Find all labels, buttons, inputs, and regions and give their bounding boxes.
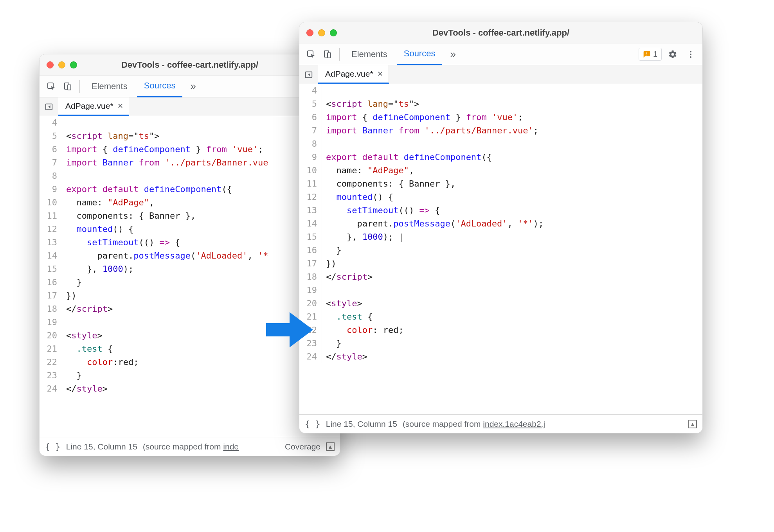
code-content[interactable]: components: { Banner }, <box>322 177 455 191</box>
code-line[interactable]: 7import Banner from '../parts/Banner.vue… <box>299 124 702 137</box>
code-content[interactable]: }) <box>322 257 337 270</box>
tab-elements[interactable]: Elements <box>85 75 135 97</box>
code-content[interactable]: } <box>62 276 82 289</box>
close-icon[interactable] <box>306 29 313 36</box>
navigator-toggle-icon[interactable] <box>299 65 318 84</box>
code-content[interactable]: .test { <box>62 342 113 356</box>
code-content[interactable]: setTimeout(() => { <box>62 236 180 249</box>
code-line[interactable]: 10 name: "AdPage", <box>40 196 340 209</box>
code-content[interactable]: import Banner from '../parts/Banner.vue <box>62 156 268 169</box>
code-line[interactable]: 21 .test { <box>299 310 702 324</box>
code-line[interactable]: 24</style> <box>299 350 702 363</box>
more-tabs-icon[interactable]: » <box>445 48 461 60</box>
close-tab-icon[interactable]: ✕ <box>377 70 383 78</box>
code-content[interactable]: name: "AdPage", <box>322 164 414 177</box>
code-line[interactable]: 4 <box>40 116 340 129</box>
inspect-element-icon[interactable] <box>44 79 58 93</box>
code-content[interactable]: name: "AdPage", <box>62 196 154 209</box>
code-line[interactable]: 11 components: { Banner }, <box>40 209 340 223</box>
code-content[interactable]: </style> <box>62 382 108 395</box>
issues-badge[interactable]: 1 <box>639 48 662 61</box>
code-line[interactable]: 14 parent.postMessage('AdLoaded', '* <box>40 249 340 262</box>
code-line[interactable]: 19 <box>299 284 702 297</box>
settings-icon[interactable] <box>666 47 680 61</box>
code-content[interactable]: parent.postMessage('AdLoaded', '*'); <box>322 217 544 230</box>
code-content[interactable]: color:red; <box>62 356 139 369</box>
code-content[interactable]: .test { <box>322 310 373 324</box>
code-content[interactable]: components: { Banner }, <box>62 209 196 223</box>
tab-sources[interactable]: Sources <box>397 43 443 65</box>
drawer-toggle-icon[interactable]: ▲ <box>326 442 335 451</box>
more-tabs-icon[interactable]: » <box>185 80 201 92</box>
code-line[interactable]: 8 <box>299 137 702 151</box>
code-line[interactable]: 5<script lang="ts"> <box>299 97 702 111</box>
code-content[interactable]: }) <box>62 289 77 302</box>
pretty-print-icon[interactable]: { } <box>45 442 61 451</box>
drawer-toggle-icon[interactable]: ▲ <box>688 420 697 428</box>
code-content[interactable]: } <box>322 337 342 350</box>
maximize-icon[interactable] <box>70 61 77 68</box>
code-content[interactable] <box>62 316 66 329</box>
code-content[interactable]: } <box>322 244 342 257</box>
code-line[interactable]: 12 mounted() { <box>40 223 340 236</box>
code-editor[interactable]: 45<script lang="ts">6import { defineComp… <box>299 84 702 414</box>
minimize-icon[interactable] <box>318 29 325 36</box>
kebab-menu-icon[interactable] <box>684 47 698 61</box>
code-editor[interactable]: 45<script lang="ts">6import { defineComp… <box>40 116 340 437</box>
code-content[interactable]: mounted() { <box>322 191 393 204</box>
code-content[interactable] <box>322 84 326 97</box>
file-tab-adpage[interactable]: AdPage.vue* ✕ <box>318 65 389 84</box>
tab-elements[interactable]: Elements <box>344 43 394 65</box>
close-tab-icon[interactable]: ✕ <box>117 102 123 110</box>
code-line[interactable]: 5<script lang="ts"> <box>40 129 340 143</box>
code-content[interactable]: import { defineComponent } from 'vue'; <box>322 111 523 124</box>
minimize-icon[interactable] <box>58 61 65 68</box>
code-content[interactable]: </script> <box>322 270 373 284</box>
file-tab-adpage[interactable]: AdPage.vue* ✕ <box>58 97 129 116</box>
code-content[interactable]: parent.postMessage('AdLoaded', '* <box>62 249 268 262</box>
code-content[interactable]: color: red; <box>322 324 404 337</box>
code-content[interactable]: <script lang="ts"> <box>62 129 159 143</box>
code-line[interactable]: 8 <box>40 169 340 183</box>
pretty-print-icon[interactable]: { } <box>305 419 320 429</box>
navigator-toggle-icon[interactable] <box>40 97 58 116</box>
code-content[interactable]: setTimeout(() => { <box>322 204 440 217</box>
code-line[interactable]: 15 }, 1000); <box>40 262 340 276</box>
code-line[interactable]: 15 }, 1000); | <box>299 230 702 244</box>
code-content[interactable]: export default defineComponent({ <box>62 183 232 196</box>
code-content[interactable]: export default defineComponent({ <box>322 151 492 164</box>
code-content[interactable]: <style> <box>322 297 362 310</box>
code-line[interactable]: 6import { defineComponent } from 'vue'; <box>40 143 340 156</box>
code-line[interactable]: 17}) <box>299 257 702 270</box>
code-content[interactable]: } <box>62 369 82 382</box>
code-content[interactable]: import Banner from '../parts/Banner.vue'… <box>322 124 538 137</box>
code-line[interactable]: 12 mounted() { <box>299 191 702 204</box>
code-line[interactable]: 13 setTimeout(() => { <box>299 204 702 217</box>
code-line[interactable]: 23 } <box>40 369 340 382</box>
code-content[interactable]: </style> <box>322 350 367 363</box>
code-line[interactable]: 22 color: red; <box>299 324 702 337</box>
close-icon[interactable] <box>47 61 54 68</box>
code-content[interactable]: import { defineComponent } from 'vue'; <box>62 143 263 156</box>
device-toggle-icon[interactable] <box>61 79 75 93</box>
maximize-icon[interactable] <box>330 29 337 36</box>
code-line[interactable]: 4 <box>299 84 702 97</box>
inspect-element-icon[interactable] <box>304 47 318 61</box>
code-content[interactable]: }, 1000); <box>62 262 133 276</box>
code-line[interactable]: 22 color:red; <box>40 356 340 369</box>
code-line[interactable]: 24</style> <box>40 382 340 395</box>
code-content[interactable] <box>62 116 66 129</box>
code-line[interactable]: 9export default defineComponent({ <box>40 183 340 196</box>
code-content[interactable]: </script> <box>62 302 113 316</box>
code-line[interactable]: 18</script> <box>299 270 702 284</box>
code-line[interactable]: 7import Banner from '../parts/Banner.vue <box>40 156 340 169</box>
code-line[interactable]: 20<style> <box>299 297 702 310</box>
code-content[interactable]: mounted() { <box>62 223 133 236</box>
code-content[interactable]: <script lang="ts"> <box>322 97 419 111</box>
code-line[interactable]: 23 } <box>299 337 702 350</box>
source-map-link[interactable]: inde <box>223 442 239 451</box>
code-line[interactable]: 13 setTimeout(() => { <box>40 236 340 249</box>
code-line[interactable]: 14 parent.postMessage('AdLoaded', '*'); <box>299 217 702 230</box>
code-content[interactable] <box>62 169 66 183</box>
code-content[interactable]: <style> <box>62 329 103 342</box>
